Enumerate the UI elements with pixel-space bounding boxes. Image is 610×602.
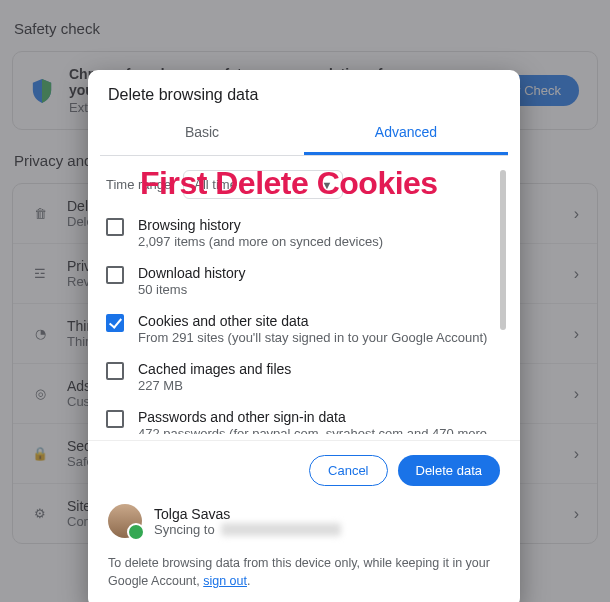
item-passwords[interactable]: Passwords and other sign-in data472 pass… bbox=[100, 403, 508, 434]
account-name: Tolga Savas bbox=[154, 506, 341, 522]
delete-browsing-data-dialog: Delete browsing data Basic Advanced Time… bbox=[88, 70, 520, 602]
chevron-down-icon: ▼ bbox=[321, 179, 332, 191]
account-sync-status: Syncing to bbox=[154, 522, 341, 537]
scrollbar[interactable] bbox=[500, 170, 506, 330]
tab-advanced[interactable]: Advanced bbox=[304, 114, 508, 155]
redacted-email bbox=[221, 523, 341, 536]
sign-out-link[interactable]: sign out bbox=[203, 574, 247, 588]
checkbox-cookies[interactable] bbox=[106, 314, 124, 332]
checkbox-download-history[interactable] bbox=[106, 266, 124, 284]
time-range-label: Time range bbox=[106, 177, 171, 192]
item-download-history[interactable]: Download history50 items bbox=[100, 259, 508, 307]
account-section: Tolga Savas Syncing to bbox=[88, 490, 520, 548]
tabs: Basic Advanced bbox=[100, 114, 508, 156]
checkbox-passwords[interactable] bbox=[106, 410, 124, 428]
checkbox-browsing-history[interactable] bbox=[106, 218, 124, 236]
avatar bbox=[108, 504, 142, 538]
dialog-title: Delete browsing data bbox=[88, 70, 520, 114]
delete-data-button[interactable]: Delete data bbox=[398, 455, 501, 486]
tab-basic[interactable]: Basic bbox=[100, 114, 304, 155]
cancel-button[interactable]: Cancel bbox=[309, 455, 387, 486]
item-cached[interactable]: Cached images and files227 MB bbox=[100, 355, 508, 403]
item-browsing-history[interactable]: Browsing history2,097 items (and more on… bbox=[100, 211, 508, 259]
item-cookies[interactable]: Cookies and other site dataFrom 291 site… bbox=[100, 307, 508, 355]
time-range-select[interactable]: All time ▼ bbox=[183, 170, 343, 199]
checkbox-cached[interactable] bbox=[106, 362, 124, 380]
dialog-scroll-area[interactable]: Time range All time ▼ Browsing history2,… bbox=[100, 166, 508, 434]
dialog-footer-text: To delete browsing data from this device… bbox=[88, 548, 520, 594]
time-range-value: All time bbox=[194, 177, 237, 192]
